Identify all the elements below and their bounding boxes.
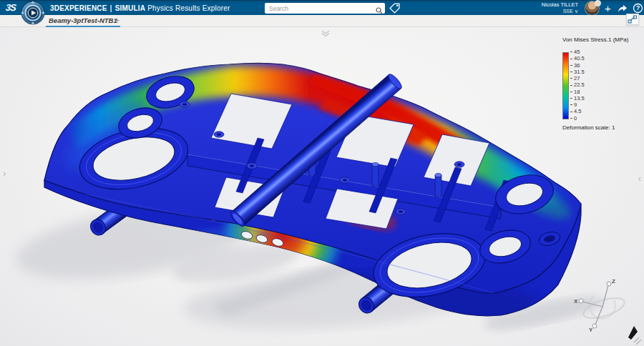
expand-icon bbox=[628, 15, 638, 24]
tab-beamy-3pttest[interactable]: Beamy-3ptTest-NTB1 bbox=[46, 15, 120, 27]
help-button[interactable]: ? bbox=[633, 3, 643, 14]
expand-viewport-button[interactable] bbox=[626, 14, 639, 25]
chevron-down-icon: ∨ bbox=[575, 9, 578, 14]
search-box bbox=[265, 3, 385, 14]
title-divider: | bbox=[110, 4, 112, 12]
dassault-3ds-logo: 3S bbox=[5, 2, 16, 13]
user-name: Nicolas TILLET bbox=[542, 2, 578, 9]
new-tab-button[interactable]: + bbox=[114, 16, 119, 26]
compass-icon[interactable] bbox=[21, 1, 45, 25]
left-panel-chevron[interactable]: › bbox=[3, 169, 6, 178]
tab-bar: Beamy-3ptTest-NTB1 + bbox=[0, 15, 644, 27]
triad-z-label: Z bbox=[612, 278, 615, 285]
double-chevron-down-icon bbox=[320, 30, 331, 37]
deformation-scale-label: Deformation scale: 1 bbox=[562, 124, 628, 131]
add-content-button[interactable]: + bbox=[602, 1, 614, 16]
brand-name: 3DEXPERIENCE bbox=[50, 4, 107, 12]
user-block: Nicolas TILLET SSE ∨ bbox=[542, 2, 578, 14]
3d-viewport[interactable]: Von Mises Stress.1 (MPa) 45 40.5 36 31.5… bbox=[0, 27, 644, 346]
stress-legend: Von Mises Stress.1 (MPa) 45 40.5 36 31.5… bbox=[562, 36, 628, 131]
avatar-status-badge bbox=[595, 0, 601, 6]
legend-ticks: 45 40.5 36 31.5 27 22.5 18 13.5 9 4.5 0 bbox=[570, 49, 585, 121]
share-icon bbox=[617, 4, 628, 13]
svg-text:?: ? bbox=[636, 4, 640, 11]
axis-triad[interactable]: Z X Y bbox=[572, 275, 637, 339]
tag-icon[interactable] bbox=[389, 3, 400, 14]
app-title: 3DEXPERIENCE|SIMULIA Physics Results Exp… bbox=[50, 1, 230, 16]
search-input[interactable] bbox=[265, 3, 375, 14]
app-name: SIMULIA bbox=[115, 4, 146, 12]
triad-y-label: Y bbox=[589, 327, 593, 333]
user-role-menu[interactable]: SSE ∨ bbox=[542, 9, 578, 14]
top-bar: 3S 3DEXPERIENCE|SIMULIA Physics Results … bbox=[0, 0, 644, 15]
triad-x-label: X bbox=[574, 298, 578, 305]
plus-icon: + bbox=[605, 2, 611, 14]
legend-colorbar bbox=[562, 52, 569, 119]
app-suffix: Physics Results Explorer bbox=[147, 4, 230, 12]
help-icon: ? bbox=[633, 3, 643, 14]
top-panel-chevron[interactable] bbox=[320, 27, 331, 40]
user-avatar[interactable] bbox=[585, 1, 599, 15]
right-panel-chevron[interactable]: ‹ bbox=[638, 174, 641, 183]
3dexperience-app: 3S 3DEXPERIENCE|SIMULIA Physics Results … bbox=[0, 0, 644, 346]
fea-model-render bbox=[0, 27, 644, 346]
share-button[interactable] bbox=[617, 4, 628, 13]
legend-title: Von Mises Stress.1 (MPa) bbox=[562, 36, 628, 43]
